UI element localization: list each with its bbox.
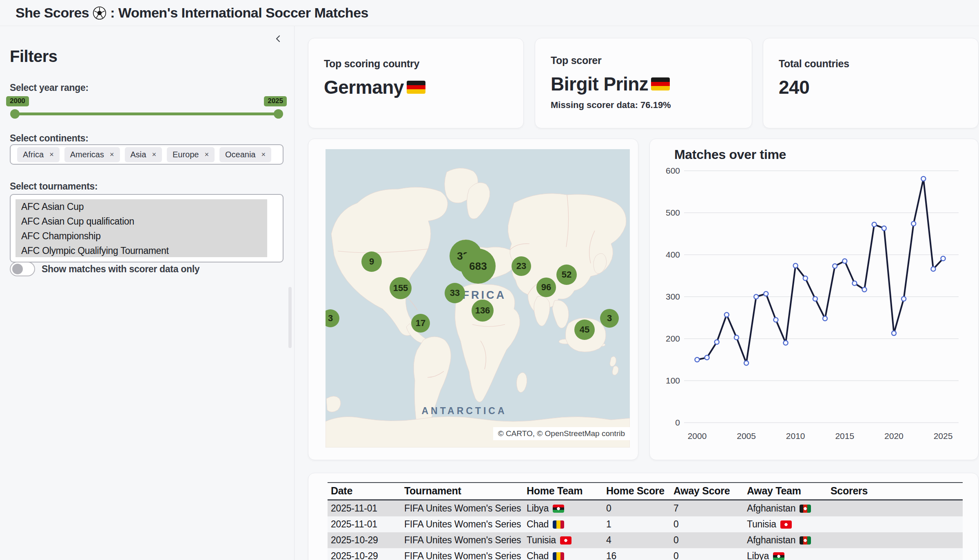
matches-over-time-chart[interactable]: 0100200300400500600200020052010201520202…: [650, 139, 979, 460]
tournament-option[interactable]: AFC Asian Cup qualification: [16, 214, 267, 229]
continent-tag[interactable]: Africa×: [17, 147, 60, 162]
table-row: 2025-11-01FIFA Unites Women's SeriesChad…: [328, 516, 963, 532]
svg-text:2000: 2000: [688, 431, 707, 441]
stat-label: Top scorer: [551, 55, 736, 66]
home-score-cell: 1: [603, 516, 670, 532]
soccer-ball-icon: [93, 6, 106, 20]
tournament-cell: FIFA Unites Women's Series: [401, 548, 523, 560]
continent-tag[interactable]: Europe×: [167, 147, 215, 162]
home-score-cell: 0: [603, 500, 670, 517]
map-cluster-marker[interactable]: 17: [411, 314, 430, 333]
world-map[interactable]: AFRICA ANTARCTICA 9155173333683331362396…: [326, 149, 630, 448]
remove-tag-icon[interactable]: ×: [261, 151, 266, 158]
continents-label: Select continents:: [10, 133, 89, 144]
scorers-cell: [827, 548, 963, 560]
team-name: Libya: [527, 503, 549, 514]
year-range-slider-track[interactable]: [15, 112, 279, 115]
continent-tag[interactable]: Asia×: [125, 147, 162, 162]
year-max-value: 2025: [264, 96, 287, 106]
af-flag-icon: [800, 536, 811, 545]
map-cluster-marker[interactable]: 3: [600, 309, 619, 328]
stat-value: 240: [779, 78, 963, 97]
remove-tag-icon[interactable]: ×: [49, 151, 54, 158]
away-score-cell: 7: [670, 500, 744, 517]
map-attribution[interactable]: © CARTO, © OpenStreetMap contrib: [493, 427, 630, 440]
sidebar-collapse-button[interactable]: [272, 33, 284, 45]
team-name: Libya: [747, 551, 769, 560]
svg-text:2020: 2020: [884, 431, 904, 441]
svg-text:200: 200: [666, 334, 680, 343]
tournaments-listbox[interactable]: AFC Asian CupAFC Asian Cup qualification…: [10, 194, 284, 262]
svg-text:2025: 2025: [934, 431, 953, 441]
away-score-cell: 0: [670, 532, 744, 548]
matches-table-wrap[interactable]: DateTournamentHome TeamHome ScoreAway Sc…: [328, 482, 963, 560]
top-country-value: Germany: [324, 78, 404, 97]
year-min-slider-handle[interactable]: [10, 109, 20, 119]
team-name: Tunisia: [527, 535, 556, 545]
map-cluster-marker[interactable]: 45: [574, 320, 595, 340]
map-cluster-marker[interactable]: 9: [361, 251, 382, 272]
map-cluster-marker[interactable]: 23: [512, 256, 531, 276]
tournament-cell: FIFA Unites Women's Series: [401, 516, 523, 532]
missing-scorer-note: Missing scorer data: 76.19%: [551, 100, 736, 110]
sidebar-scrollbar[interactable]: [288, 287, 292, 348]
ly-flag-icon: [773, 552, 784, 560]
top-scorer-value: Birgit Prinz: [551, 75, 648, 93]
germany-flag-icon: [407, 81, 425, 94]
matches-table-card: DateTournamentHome TeamHome ScoreAway Sc…: [308, 473, 979, 560]
af-flag-icon: [800, 505, 811, 513]
team-name: Afghanistan: [747, 535, 795, 545]
map-cluster-marker[interactable]: 683: [461, 249, 496, 284]
table-column-header: Date: [328, 483, 401, 500]
scorers-cell: [827, 516, 963, 532]
page-title-right: : Women's International Soccer Matches: [110, 5, 368, 21]
remove-tag-icon[interactable]: ×: [204, 151, 209, 158]
home-score-cell: 4: [603, 532, 670, 548]
chevron-left-icon: [274, 34, 283, 43]
continents-multiselect[interactable]: Africa×Americas×Asia×Europe×Oceania×: [10, 144, 284, 165]
scorer-toggle-row: Show matches with scorer data only: [10, 262, 199, 276]
continent-tag-label: Asia: [131, 150, 146, 159]
tournament-option[interactable]: AFC Asian Cup: [16, 199, 267, 214]
table-header-row: DateTournamentHome TeamHome ScoreAway Sc…: [328, 483, 963, 500]
main-content: Top scoring country Germany Top scorer B…: [295, 26, 979, 560]
date-cell: 2025-11-01: [328, 500, 401, 517]
svg-text:300: 300: [666, 292, 680, 301]
team-cell: Tunisia: [744, 516, 827, 532]
scorer-data-toggle[interactable]: [10, 262, 35, 276]
map-cluster-marker[interactable]: 33: [445, 283, 465, 303]
team-name: Chad: [527, 551, 549, 560]
year-max-slider-handle[interactable]: [274, 109, 283, 119]
continent-tag-label: Oceania: [225, 150, 256, 159]
svg-text:100: 100: [666, 376, 680, 385]
tournament-option[interactable]: AFC Olympic Qualifying Tournament: [16, 243, 267, 257]
app-header: She Scores : Women's International Socce…: [0, 0, 979, 26]
remove-tag-icon[interactable]: ×: [152, 151, 156, 158]
stat-label: Total countries: [779, 58, 963, 70]
team-name: Chad: [527, 519, 549, 529]
remove-tag-icon[interactable]: ×: [110, 151, 114, 158]
map-cluster-marker[interactable]: 52: [556, 265, 577, 285]
year-min-value: 2000: [6, 96, 29, 106]
tn-flag-icon: [560, 536, 571, 545]
team-cell: Libya: [744, 548, 827, 560]
continent-tag[interactable]: Americas×: [64, 147, 120, 162]
germany-flag-icon: [651, 77, 670, 90]
continent-tag-label: Africa: [23, 150, 44, 159]
continent-tag[interactable]: Oceania×: [219, 147, 271, 162]
team-cell: Chad: [523, 516, 603, 532]
map-cluster-marker[interactable]: 96: [536, 278, 556, 297]
continent-tag-label: Europe: [173, 150, 199, 159]
table-row: 2025-11-01FIFA Unites Women's SeriesLiby…: [328, 500, 963, 517]
table-row: 2025-10-29FIFA Unites Women's SeriesChad…: [328, 548, 963, 560]
map-cluster-marker[interactable]: 136: [472, 300, 494, 322]
tournament-option[interactable]: AFC Championship: [16, 229, 267, 243]
tournament-cell: FIFA Unites Women's Series: [401, 532, 523, 548]
scorers-cell: [827, 500, 963, 517]
tournaments-label: Select tournaments:: [10, 181, 97, 192]
svg-text:500: 500: [666, 208, 680, 217]
table-column-header: Tournament: [401, 483, 523, 500]
map-cluster-marker[interactable]: 155: [390, 277, 412, 299]
total-countries-value: 240: [779, 78, 809, 97]
table-column-header: Home Score: [603, 483, 670, 500]
